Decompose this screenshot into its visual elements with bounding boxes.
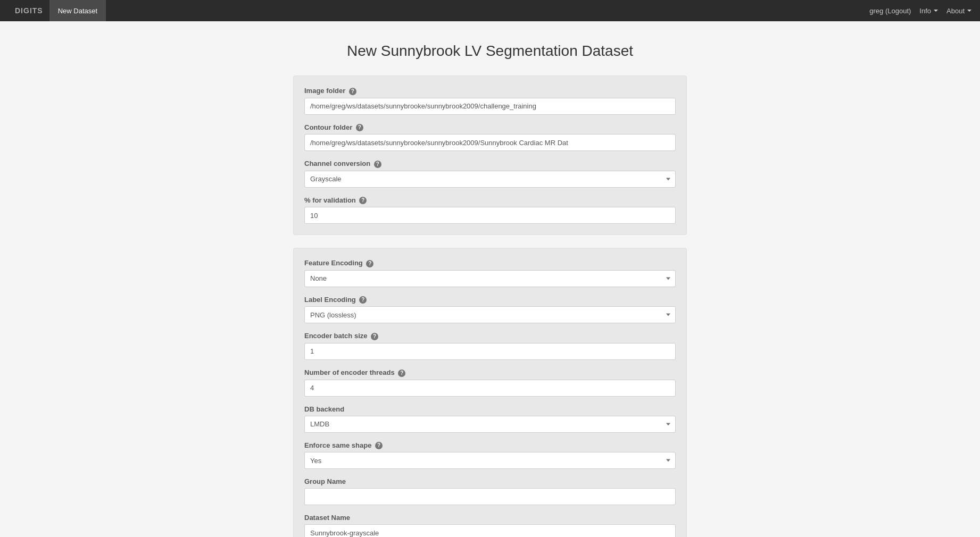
about-label: About (946, 7, 965, 15)
enforce-same-shape-help-icon[interactable]: ? (375, 442, 383, 449)
num-encoder-threads-label: Number of encoder threads ? (304, 368, 676, 377)
feature-encoding-label: Feature Encoding ? (304, 259, 676, 267)
image-folder-label: Image folder ? (304, 87, 676, 95)
navbar-left: DIGITS New Dataset (9, 0, 106, 21)
contour-folder-group: Contour folder ? (304, 123, 676, 152)
label-encoding-select[interactable]: PNG (lossless) None JPEG (304, 306, 676, 323)
dataset-name-group: Dataset Name (304, 514, 676, 537)
contour-folder-input[interactable] (304, 134, 676, 151)
enforce-same-shape-select[interactable]: Yes No (304, 452, 676, 469)
db-backend-select-wrapper: LMDB HDF5 (304, 416, 676, 433)
channel-conversion-group: Channel conversion ? Grayscale RGB None (304, 160, 676, 188)
feature-encoding-select-wrapper: None PNG (lossless) JPEG (304, 270, 676, 287)
about-caret-icon (967, 10, 971, 12)
encoder-batch-size-label: Encoder batch size ? (304, 332, 676, 340)
encoder-batch-size-group: Encoder batch size ? (304, 332, 676, 360)
label-encoding-label: Label Encoding ? (304, 296, 676, 304)
channel-conversion-select[interactable]: Grayscale RGB None (304, 171, 676, 188)
app-brand: DIGITS (9, 0, 49, 21)
page-title: New Sunnybrook LV Segmentation Dataset (11, 43, 969, 60)
new-dataset-tab[interactable]: New Dataset (49, 0, 106, 21)
label-encoding-group: Label Encoding ? PNG (lossless) None JPE… (304, 296, 676, 324)
encoder-batch-size-input[interactable] (304, 343, 676, 360)
dataset-name-label: Dataset Name (304, 514, 676, 522)
image-folder-input[interactable] (304, 98, 676, 115)
num-encoder-threads-help-icon[interactable]: ? (398, 370, 405, 377)
navbar-right: greg (Logout) Info About (869, 7, 971, 15)
page-content: New Sunnybrook LV Segmentation Dataset I… (0, 21, 980, 537)
enforce-same-shape-label: Enforce same shape ? (304, 441, 676, 450)
db-backend-select[interactable]: LMDB HDF5 (304, 416, 676, 433)
feature-encoding-help-icon[interactable]: ? (366, 260, 373, 267)
panel-2: Feature Encoding ? None PNG (lossless) J… (293, 248, 687, 537)
pct-validation-label: % for validation ? (304, 196, 676, 205)
pct-validation-input[interactable] (304, 207, 676, 224)
channel-conversion-select-wrapper: Grayscale RGB None (304, 171, 676, 188)
image-folder-help-icon[interactable]: ? (349, 88, 356, 95)
dataset-name-input[interactable] (304, 524, 676, 537)
info-dropdown[interactable]: Info (919, 7, 938, 15)
navbar: DIGITS New Dataset greg (Logout) Info Ab… (0, 0, 980, 21)
contour-folder-help-icon[interactable]: ? (356, 124, 363, 131)
info-caret-icon (934, 10, 938, 12)
info-label: Info (919, 7, 931, 15)
panel-1: Image folder ? Contour folder ? Channel … (293, 75, 687, 235)
db-backend-label: DB backend (304, 405, 676, 413)
group-name-label: Group Name (304, 477, 676, 485)
channel-conversion-help-icon[interactable]: ? (374, 161, 381, 168)
db-backend-group: DB backend LMDB HDF5 (304, 405, 676, 433)
feature-encoding-select[interactable]: None PNG (lossless) JPEG (304, 270, 676, 287)
encoder-batch-size-help-icon[interactable]: ? (371, 333, 378, 340)
pct-validation-group: % for validation ? (304, 196, 676, 224)
group-name-input[interactable] (304, 488, 676, 505)
about-dropdown[interactable]: About (946, 7, 971, 15)
image-folder-group: Image folder ? (304, 87, 676, 115)
pct-validation-help-icon[interactable]: ? (359, 197, 367, 204)
group-name-group: Group Name (304, 477, 676, 505)
label-encoding-select-wrapper: PNG (lossless) None JPEG (304, 306, 676, 323)
num-encoder-threads-group: Number of encoder threads ? (304, 368, 676, 397)
channel-conversion-label: Channel conversion ? (304, 160, 676, 168)
contour-folder-label: Contour folder ? (304, 123, 676, 132)
user-logout-link[interactable]: greg (Logout) (869, 7, 911, 15)
label-encoding-help-icon[interactable]: ? (359, 296, 367, 304)
enforce-same-shape-select-wrapper: Yes No (304, 452, 676, 469)
num-encoder-threads-input[interactable] (304, 380, 676, 397)
enforce-same-shape-group: Enforce same shape ? Yes No (304, 441, 676, 469)
feature-encoding-group: Feature Encoding ? None PNG (lossless) J… (304, 259, 676, 287)
